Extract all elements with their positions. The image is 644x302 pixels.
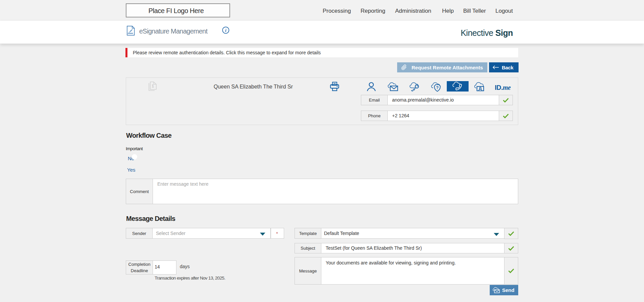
- svg-text:1: 1: [152, 84, 154, 88]
- svg-text:x: x: [127, 32, 129, 34]
- svg-text:?: ?: [436, 85, 439, 90]
- svg-text:i: i: [225, 28, 226, 33]
